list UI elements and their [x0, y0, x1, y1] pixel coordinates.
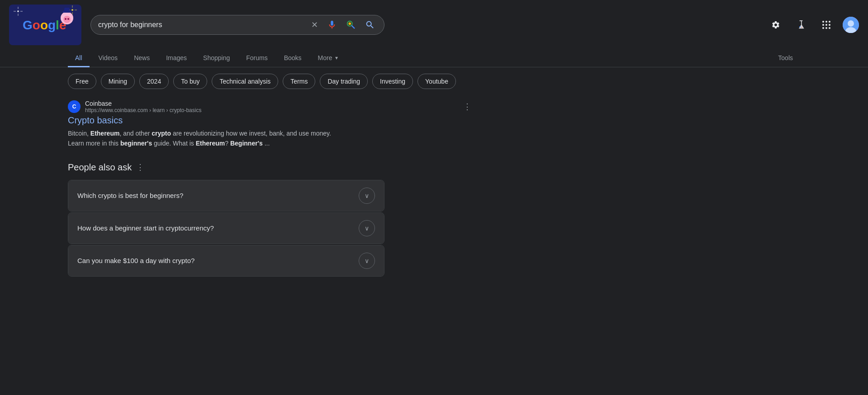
paa-question-text-1: Which crypto is best for beginners? [77, 192, 183, 199]
search-icon [365, 20, 375, 30]
svg-text:Google: Google [23, 18, 66, 32]
apps-button[interactable] [817, 16, 835, 34]
source-name: Coinbase [85, 100, 201, 107]
google-logo[interactable]: Google [9, 5, 81, 45]
paa-question-text-2: How does a beginner start in cryptocurre… [77, 224, 214, 232]
svg-point-29 [825, 24, 827, 26]
header: Google crypto for beginners ✕ [0, 0, 868, 50]
filter-chips: Free Mining 2024 To buy Technical analys… [0, 67, 868, 95]
paa-question-3[interactable]: Can you make $100 a day with crypto? ∨ [68, 245, 384, 276]
chevron-down-icon: ∨ [365, 225, 369, 232]
header-right [767, 16, 859, 34]
tab-tools[interactable]: Tools [771, 50, 800, 67]
apps-grid-icon [822, 20, 831, 29]
chip-investing[interactable]: Investing [372, 74, 413, 89]
paa-expand-2: ∨ [359, 220, 375, 236]
paa-expand-3: ∨ [359, 253, 375, 269]
search-icons: ✕ [309, 18, 377, 32]
avatar-image [843, 17, 859, 33]
paa-question-text-3: Can you make $100 a day with crypto? [77, 257, 194, 264]
tab-news[interactable]: News [127, 50, 157, 67]
gear-icon [771, 20, 780, 29]
svg-point-1 [17, 10, 19, 12]
svg-rect-19 [64, 8, 70, 12]
svg-point-21 [349, 23, 351, 25]
result-more-button[interactable]: ⋮ [460, 100, 475, 113]
paa-item-3: Can you make $100 a day with crypto? ∨ [68, 245, 384, 277]
visual-search-button[interactable] [344, 18, 358, 32]
tab-videos[interactable]: Videos [91, 50, 125, 67]
svg-point-32 [825, 27, 827, 29]
tab-shopping[interactable]: Shopping [196, 50, 237, 67]
source-info: Coinbase https://www.coinbase.com › lear… [85, 100, 201, 113]
mic-icon [327, 20, 337, 30]
svg-point-28 [822, 24, 824, 26]
search-button[interactable] [363, 18, 377, 32]
svg-point-30 [829, 24, 830, 26]
paa-more-button[interactable]: ⋮ [136, 162, 144, 172]
search-bar-container: crypto for beginners ✕ [90, 15, 384, 35]
clear-button[interactable]: ✕ [309, 18, 320, 32]
result-title-link[interactable]: Crypto basics [68, 115, 475, 126]
paa-question-2[interactable]: How does a beginner start in cryptocurre… [68, 213, 384, 244]
svg-point-15 [63, 16, 71, 23]
coinbase-favicon: C [68, 100, 81, 113]
chip-free[interactable]: Free [68, 74, 96, 89]
svg-line-22 [352, 26, 355, 28]
chip-mining[interactable]: Mining [101, 74, 135, 89]
search-nav: All Videos News Images Shopping Forums B… [0, 50, 868, 67]
svg-point-26 [825, 21, 827, 23]
tab-more[interactable]: More ▾ [311, 50, 345, 67]
source-url: https://www.coinbase.com › learn › crypt… [85, 107, 201, 113]
svg-point-25 [822, 21, 824, 23]
svg-point-16 [65, 18, 66, 20]
labs-icon [797, 20, 806, 29]
search-bar[interactable]: crypto for beginners ✕ [90, 15, 384, 35]
chip-youtube[interactable]: Youtube [417, 74, 456, 89]
tab-books[interactable]: Books [277, 50, 309, 67]
chip-to-buy[interactable]: To buy [173, 74, 207, 89]
svg-point-6 [71, 9, 73, 11]
paa-expand-1: ∨ [359, 188, 375, 204]
avatar[interactable] [843, 17, 859, 33]
result-coinbase: C Coinbase https://www.coinbase.com › le… [68, 100, 475, 149]
paa-item-2: How does a beginner start in cryptocurre… [68, 212, 384, 244]
tab-images[interactable]: Images [159, 50, 194, 67]
svg-point-35 [848, 20, 854, 27]
svg-point-27 [829, 21, 830, 23]
svg-point-17 [67, 18, 69, 20]
chip-2024[interactable]: 2024 [139, 74, 169, 89]
paa-header: People also ask ⋮ [68, 162, 384, 173]
tab-forums[interactable]: Forums [239, 50, 275, 67]
result-source-header: C Coinbase https://www.coinbase.com › le… [68, 100, 475, 113]
tab-all[interactable]: All [68, 50, 90, 67]
labs-button[interactable] [792, 16, 810, 34]
voice-search-button[interactable] [325, 18, 339, 32]
chip-technical-analysis[interactable]: Technical analysis [212, 74, 278, 89]
people-also-ask: People also ask ⋮ Which crypto is best f… [68, 162, 384, 277]
svg-point-24 [802, 27, 802, 28]
chip-day-trading[interactable]: Day trading [320, 74, 368, 89]
result-snippet: Bitcoin, Ethereum, and other crypto are … [68, 128, 362, 149]
search-input[interactable]: crypto for beginners [98, 21, 305, 29]
chevron-down-icon: ∨ [365, 192, 369, 199]
paa-item-1: Which crypto is best for beginners? ∨ [68, 180, 384, 212]
chip-terms[interactable]: Terms [283, 74, 315, 89]
chevron-down-icon: ▾ [335, 55, 338, 61]
paa-question-1[interactable]: Which crypto is best for beginners? ∨ [68, 180, 384, 211]
lens-icon [346, 20, 356, 30]
paa-title: People also ask [68, 162, 132, 173]
svg-point-23 [799, 26, 801, 28]
settings-button[interactable] [767, 16, 785, 34]
chevron-down-icon: ∨ [365, 257, 369, 264]
svg-point-33 [829, 27, 830, 29]
results-area: C Coinbase https://www.coinbase.com › le… [0, 95, 543, 282]
svg-point-31 [822, 27, 824, 29]
